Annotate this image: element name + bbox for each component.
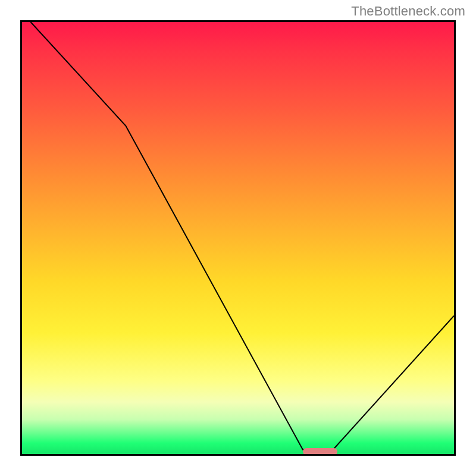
curve-path <box>31 22 454 450</box>
chart-container: TheBottleneck.com <box>0 0 476 476</box>
bottleneck-curve <box>22 22 454 454</box>
watermark-text: TheBottleneck.com <box>351 4 465 19</box>
optimal-range-marker <box>303 448 337 455</box>
plot-frame <box>20 20 456 456</box>
